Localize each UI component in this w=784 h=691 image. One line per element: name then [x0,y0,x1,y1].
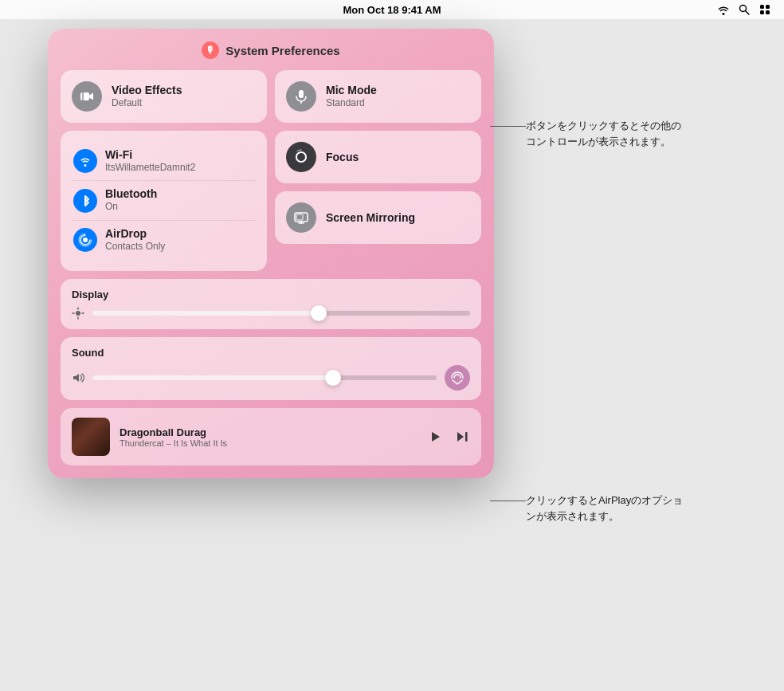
callout-line-1 [490,126,526,127]
screen-mirroring-text: Screen Mirroring [326,211,415,225]
svg-rect-6 [80,92,89,100]
callout-2: クリックするとAirPlayのオプションが表示されます。 [526,493,685,524]
bluetooth-icon [73,189,97,213]
volume-icon [72,371,84,384]
album-art [72,418,110,456]
airdrop-icon [73,228,97,252]
sound-slider-fill [92,375,333,380]
wifi-item[interactable]: Wi-Fi ItsWillametteDamnit2 [72,142,256,181]
callout-text-2: クリックするとAirPlayのオプションが表示されます。 [526,493,685,524]
now-playing-info: Dragonball Durag Thundercat – It Is What… [120,426,417,448]
screen-mirroring-icon [286,202,316,233]
svg-point-13 [76,311,80,316]
wifi-sublabel: ItsWillametteDamnit2 [105,162,195,175]
display-slider-fill [92,311,319,316]
focus-tile[interactable]: Focus [275,131,481,183]
menubar-icons [717,3,771,16]
svg-rect-8 [299,90,304,98]
svg-rect-2 [760,5,764,9]
focus-label: Focus [326,151,359,164]
right-column: Focus Screen Mirroring [275,131,481,271]
svg-rect-4 [760,10,764,14]
album-art-image [72,418,110,456]
brightness-low-icon [72,307,84,320]
bluetooth-item[interactable]: Bluetooth On [72,181,256,220]
airdrop-item[interactable]: AirDrop Contacts Only [72,221,256,260]
screen-mirroring-label: Screen Mirroring [326,211,415,225]
display-label: Display [72,289,470,300]
focus-icon [286,142,316,172]
svg-rect-18 [465,432,468,442]
sound-slider-row [72,365,470,391]
callout-1: ボタンをクリックするとその他のコントロールが表示されます。 [526,118,685,149]
bluetooth-label: Bluetooth [105,187,157,201]
sound-label: Sound [72,347,470,359]
mic-mode-sublabel: Standard [326,97,377,110]
svg-rect-3 [766,5,770,9]
panel-title: System Preferences [225,44,339,57]
wifi-menubar-icon[interactable] [717,3,730,16]
bluetooth-text: Bluetooth On [105,187,157,213]
callout-text-1: ボタンをクリックするとその他のコントロールが表示されます。 [526,118,685,149]
control-center-menubar-icon[interactable] [759,3,771,16]
playback-controls [427,429,470,445]
airdrop-sublabel: Contacts Only [105,241,165,253]
play-button[interactable] [427,429,443,445]
svg-rect-5 [766,10,770,14]
callout-line-2 [490,501,526,501]
airplay-button[interactable] [445,365,470,391]
airdrop-label: AirDrop [105,227,165,241]
skip-button[interactable] [454,429,470,445]
network-tile: Wi-Fi ItsWillametteDamnit2 Bluetooth On [61,131,267,271]
video-effects-text: Video Effects Default [112,84,182,109]
mic-mode-icon [286,81,316,112]
focus-text: Focus [326,151,359,164]
video-effects-tile[interactable]: Video Effects Default [61,70,267,123]
sound-slider-track[interactable] [92,375,437,380]
clock: Mon Oct 18 9:41 AM [343,4,441,16]
screen-mirroring-tile[interactable]: Screen Mirroring [275,191,481,244]
wifi-icon [73,149,97,173]
svg-rect-12 [296,214,303,220]
mic-mode-text: Mic Mode Standard [326,84,377,109]
menubar-time: Mon Oct 18 9:41 AM [343,4,441,16]
sound-section: Sound [61,337,481,400]
video-effects-sublabel: Default [112,97,182,110]
track-artist: Thundercat – It Is What It Is [120,438,417,448]
video-effects-label: Video Effects [112,84,182,97]
search-menubar-icon[interactable] [738,3,751,16]
svg-point-10 [83,238,88,242]
panel-header: 🎙 System Preferences [61,41,481,59]
display-slider-row [72,307,470,320]
display-section: Display [61,279,481,329]
panel-header-icon: 🎙 [202,41,219,59]
control-center-panel: 🎙 System Preferences Video Effects Defau… [48,29,494,478]
middle-tiles-grid: Wi-Fi ItsWillametteDamnit2 Bluetooth On [61,131,481,271]
top-tiles-grid: Video Effects Default Mic Mode Standard [61,70,481,123]
menu-bar: Mon Oct 18 9:41 AM [0,0,784,19]
display-slider-track[interactable] [92,311,470,316]
track-title: Dragonball Durag [120,426,417,438]
now-playing-section[interactable]: Dragonball Durag Thundercat – It Is What… [61,408,481,465]
wifi-label: Wi-Fi [105,148,195,162]
sound-slider-thumb[interactable] [325,370,341,386]
video-effects-icon [72,81,102,112]
svg-line-1 [746,11,750,15]
wifi-text: Wi-Fi ItsWillametteDamnit2 [105,148,195,174]
display-slider-thumb[interactable] [311,305,327,321]
mic-mode-tile[interactable]: Mic Mode Standard [275,70,481,123]
bluetooth-sublabel: On [105,201,157,214]
airdrop-text: AirDrop Contacts Only [105,227,165,253]
mic-mode-label: Mic Mode [326,84,377,97]
